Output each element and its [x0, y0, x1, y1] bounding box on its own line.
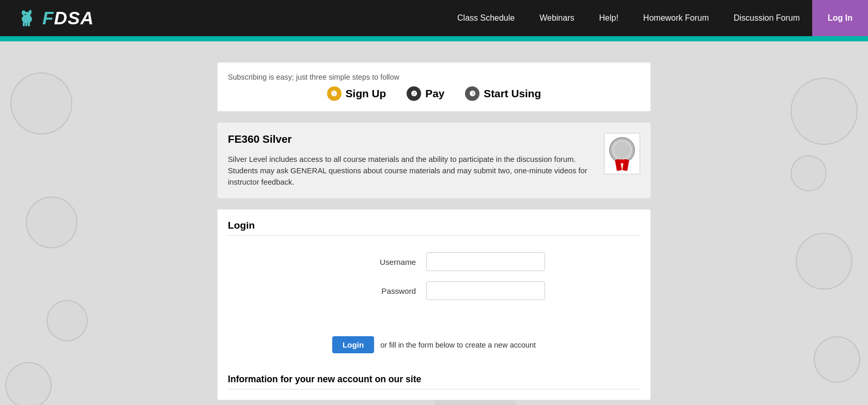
main-content: Subscribing is easy; just three simple s… [124, 41, 744, 405]
svg-rect-6 [23, 22, 25, 26]
nav-class-schedule[interactable]: Class Schedule [445, 0, 527, 36]
subscribe-steps: ❶ Sign Up ❷ Pay ❸ Start Using [228, 86, 640, 101]
login-action-row: Login or fill in the form below to creat… [218, 331, 650, 364]
login-or-text: or fill in the form below to create a ne… [380, 341, 536, 349]
username-input[interactable] [426, 252, 545, 271]
svg-point-5 [25, 14, 26, 15]
step-2-circle: ❷ [407, 86, 421, 101]
fe360-card: FE360 Silver Silver Level includes acces… [217, 122, 651, 199]
nav-help[interactable]: Help! [586, 0, 630, 36]
step-1-label: Sign Up [346, 87, 386, 100]
navbar: FDSA Class Schedule Webinars Help! Homew… [0, 0, 868, 36]
step-3-label: Start Using [484, 87, 541, 100]
nav-webinars[interactable]: Webinars [527, 0, 586, 36]
teal-accent-bar [0, 36, 868, 41]
fe360-title: FE360 Silver [228, 133, 594, 145]
password-label: Password [323, 287, 426, 295]
fe360-description: Silver Level includes access to all cour… [228, 154, 594, 188]
password-row: Password [228, 281, 640, 300]
login-form: Username Password [228, 242, 640, 321]
info-section: Information for your new account on our … [218, 364, 650, 400]
nav-links: Class Schedule Webinars Help! Homework F… [445, 0, 868, 36]
brand: FDSA [10, 4, 99, 32]
username-row: Username [228, 252, 640, 271]
step-2: ❷ Pay [407, 86, 444, 101]
step-1: ❶ Sign Up [327, 86, 386, 101]
nav-discussion-forum[interactable]: Discussion Forum [721, 0, 812, 36]
svg-point-11 [614, 142, 630, 158]
password-input[interactable] [426, 281, 545, 300]
step-2-label: Pay [425, 87, 444, 100]
login-section-wrapper: Login Username Password Login or fill in… [217, 209, 651, 400]
login-button[interactable]: Login [332, 336, 374, 353]
nav-login-button[interactable]: Log In [812, 0, 868, 36]
svg-rect-8 [28, 22, 30, 26]
step-3-circle: ❸ [465, 86, 479, 101]
subscribe-card: Subscribing is easy; just three simple s… [217, 62, 651, 112]
silver-badge [604, 133, 640, 174]
username-label: Username [323, 258, 426, 266]
step-3: ❸ Start Using [465, 86, 541, 101]
logo-text: FDSA [42, 8, 94, 28]
badge-svg [607, 136, 638, 172]
subscribe-subtitle: Subscribing is easy; just three simple s… [228, 73, 640, 81]
nav-homework-forum[interactable]: Homework Forum [631, 0, 721, 36]
step-1-circle: ❶ [327, 86, 342, 101]
fe360-content: FE360 Silver Silver Level includes acces… [228, 133, 594, 188]
logo-icon [16, 7, 38, 29]
login-title: Login [228, 220, 640, 236]
info-title: Information for your new account on our … [228, 374, 640, 389]
svg-point-14 [619, 159, 625, 163]
svg-rect-7 [25, 22, 27, 26]
login-section: Login Username Password [218, 209, 650, 331]
logo[interactable]: FDSA [10, 4, 99, 32]
